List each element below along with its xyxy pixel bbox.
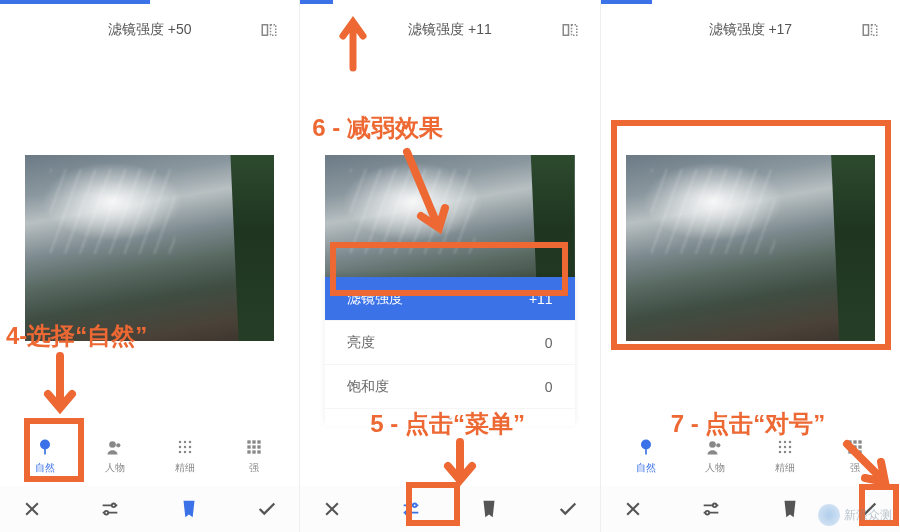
adjust-row-label: 亮度: [347, 334, 375, 352]
person-icon: [105, 437, 125, 457]
styles-button[interactable]: [772, 491, 808, 527]
svg-rect-23: [258, 450, 261, 453]
style-tab-label: 自然: [35, 461, 55, 475]
confirm-button[interactable]: [249, 491, 285, 527]
confirm-button[interactable]: [550, 491, 586, 527]
svg-rect-31: [871, 25, 876, 36]
svg-point-40: [784, 446, 787, 449]
style-tab-portrait[interactable]: 人物: [80, 437, 150, 475]
style-tabs-hidden: [300, 426, 599, 486]
adjust-row-strength[interactable]: 滤镜强度 +11: [325, 277, 574, 321]
svg-rect-1: [271, 25, 276, 36]
styles-button[interactable]: [171, 491, 207, 527]
compare-icon[interactable]: [259, 20, 279, 40]
strength-label: 滤镜强度 +17: [709, 21, 793, 39]
style-tab-natural[interactable]: 自然: [10, 437, 80, 475]
watermark-logo-icon: [818, 504, 840, 526]
svg-point-11: [188, 446, 191, 449]
strength-progress: [300, 0, 333, 4]
close-button[interactable]: [615, 491, 651, 527]
adjust-button[interactable]: [393, 491, 429, 527]
preview-area[interactable]: [0, 60, 299, 426]
adjust-row-saturation[interactable]: 饱和度 0: [325, 365, 574, 409]
svg-point-7: [183, 441, 186, 444]
svg-rect-49: [853, 445, 856, 448]
svg-point-24: [112, 504, 116, 508]
svg-rect-20: [258, 445, 261, 448]
svg-rect-15: [248, 440, 251, 443]
person-icon: [705, 437, 725, 457]
style-tab-strong[interactable]: 强: [219, 437, 289, 475]
svg-rect-21: [248, 450, 251, 453]
grid-bold-icon: [244, 437, 264, 457]
style-tab-label: 人物: [105, 461, 125, 475]
svg-rect-26: [563, 25, 568, 36]
strength-progress: [0, 0, 150, 4]
svg-rect-19: [253, 445, 256, 448]
svg-rect-53: [858, 450, 861, 453]
style-tab-label: 精细: [775, 461, 795, 475]
svg-rect-45: [848, 440, 851, 443]
svg-point-55: [706, 511, 710, 515]
svg-rect-33: [645, 449, 647, 455]
close-button[interactable]: [314, 491, 350, 527]
adjust-row-value: 0: [545, 335, 553, 351]
svg-point-39: [779, 446, 782, 449]
adjust-button[interactable]: [92, 491, 128, 527]
svg-rect-17: [258, 440, 261, 443]
svg-point-10: [183, 446, 186, 449]
style-tab-natural[interactable]: 自然: [611, 437, 681, 475]
photo-preview: [626, 155, 875, 342]
grid-icon: [775, 437, 795, 457]
style-tab-label: 自然: [636, 461, 656, 475]
preview-area[interactable]: 滤镜强度 +11 亮度 0 饱和度 0 ⌄: [300, 60, 599, 426]
svg-point-37: [784, 441, 787, 444]
svg-point-54: [713, 504, 717, 508]
adjust-row-brightness[interactable]: 亮度 0: [325, 321, 574, 365]
style-tab-label: 人物: [705, 461, 725, 475]
watermark-text: 新浪众测: [844, 507, 892, 524]
screen-step5-6: 滤镜强度 +11 滤镜强度 +11 亮度 0 饱和度 0 ⌄: [300, 0, 600, 532]
topbar: 滤镜强度 +17: [601, 0, 900, 60]
adjust-row-label: 饱和度: [347, 378, 389, 396]
styles-button[interactable]: [471, 491, 507, 527]
close-button[interactable]: [14, 491, 50, 527]
svg-point-5: [116, 443, 120, 447]
chevron-down-icon: ⌄: [325, 409, 574, 426]
svg-rect-3: [44, 449, 46, 455]
compare-icon[interactable]: [560, 20, 580, 40]
svg-point-43: [784, 451, 787, 454]
style-tabs: 自然 人物 精细 强: [601, 426, 900, 486]
svg-point-2: [40, 440, 50, 450]
style-tab-label: 强: [850, 461, 860, 475]
preview-area[interactable]: [601, 60, 900, 426]
strength-label: 滤镜强度 +11: [408, 21, 492, 39]
style-tabs: 自然 人物 精细 强: [0, 426, 299, 486]
svg-point-12: [178, 451, 181, 454]
compare-icon[interactable]: [860, 20, 880, 40]
strength-progress: [601, 0, 652, 4]
svg-point-25: [105, 511, 109, 515]
svg-rect-52: [853, 450, 856, 453]
style-tab-fine[interactable]: 精细: [750, 437, 820, 475]
style-tab-label: 强: [249, 461, 259, 475]
svg-rect-16: [253, 440, 256, 443]
svg-rect-18: [248, 445, 251, 448]
svg-point-14: [188, 451, 191, 454]
grid-bold-icon: [845, 437, 865, 457]
style-tab-strong[interactable]: 强: [820, 437, 890, 475]
svg-point-41: [789, 446, 792, 449]
adjust-button[interactable]: [693, 491, 729, 527]
svg-point-4: [109, 441, 116, 448]
style-tab-fine[interactable]: 精细: [150, 437, 220, 475]
svg-point-8: [188, 441, 191, 444]
style-tab-portrait[interactable]: 人物: [680, 437, 750, 475]
adjust-panel: 滤镜强度 +11 亮度 0 饱和度 0 ⌄: [325, 277, 574, 426]
svg-point-13: [183, 451, 186, 454]
svg-rect-22: [253, 450, 256, 453]
screen-step7: 滤镜强度 +17 自然 人物 精细 强: [601, 0, 900, 532]
svg-point-34: [710, 441, 717, 448]
svg-point-29: [405, 511, 409, 515]
svg-rect-51: [848, 450, 851, 453]
watermark: 新浪众测: [818, 504, 892, 526]
